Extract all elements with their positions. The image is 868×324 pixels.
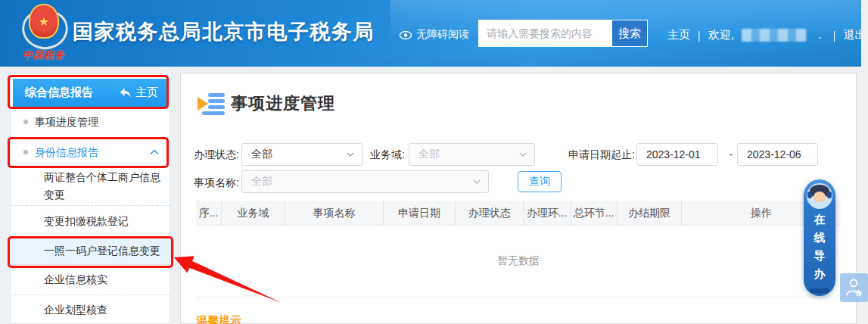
sidebar: 综合信息报告 主页 事项进度管理 身份信息报告 两证整合个体工商户: [10, 73, 170, 324]
empty-text: 暂无数据: [497, 254, 540, 268]
col-apply-date: 申请日期: [384, 201, 456, 225]
item-name-filter-label: 事项名称:: [194, 171, 239, 194]
notice-title: 温馨提示: [196, 314, 241, 324]
header-search: 搜索: [478, 20, 648, 47]
sidebar-item-identity-info-report[interactable]: 身份信息报告: [11, 138, 170, 167]
site-title: 国家税务总局北京市电子税务局: [73, 18, 375, 45]
date-from-input[interactable]: 2023-12-01: [636, 143, 718, 166]
sidebar-item-enterprise-info-verify[interactable]: 企业信息核实: [11, 265, 170, 295]
sidebar-item-withholding-registration-change[interactable]: 变更扣缴税款登记: [11, 206, 170, 238]
page-title-row: 事项进度管理: [198, 92, 335, 116]
date-range-label: 申请日期起止:: [568, 143, 635, 166]
col-deadline: 办结期限: [618, 201, 682, 225]
query-button[interactable]: 查询: [518, 171, 562, 192]
logo-caption: 中国税务: [15, 48, 73, 62]
welcome-text: 欢迎,: [708, 28, 734, 42]
col-current-step: 办理环...: [524, 201, 571, 225]
results-table: 序... 业务域 事项名称 申请日期 办理状态 办理环... 总环节... 办结…: [196, 201, 841, 298]
col-seq: 序...: [196, 201, 222, 225]
sidebar-section-label: 综合信息报告: [25, 86, 93, 100]
col-business-domain: 业务域: [222, 201, 285, 225]
accessibility-toggle[interactable]: 无障碍阅读: [399, 28, 469, 42]
home-link[interactable]: 主页: [667, 28, 690, 42]
chevron-down-icon: [519, 152, 527, 157]
nav-divider: |: [833, 30, 836, 42]
sidebar-item-one-license-one-code-change[interactable]: 一照一码户登记信息变更: [11, 238, 170, 265]
app-root: ★ 中国税务 国家税务总局北京市电子税务局 无障碍阅读 搜索 主页 | 欢迎, …: [0, 0, 868, 324]
top-header: ★ 中国税务 国家税务总局北京市电子税务局 无障碍阅读 搜索 主页 | 欢迎, …: [0, 0, 868, 67]
person-star-icon: [845, 277, 864, 298]
eye-icon: [399, 30, 412, 40]
back-arrow-icon: [120, 88, 131, 98]
accessibility-label: 无障碍阅读: [416, 28, 469, 42]
nav-divider: |: [698, 30, 701, 42]
person-star-button[interactable]: [840, 273, 868, 302]
masked-username: [742, 29, 807, 42]
sidebar-home-link[interactable]: 主页: [120, 86, 158, 100]
bullet-icon: [23, 150, 28, 154]
online-guide-widget[interactable]: 在线导办: [804, 179, 835, 296]
main-panel: 事项进度管理 办理状态: 全部 业务域: 全部 申请日期起止: 2023-12-…: [180, 73, 857, 324]
sidebar-item-two-cert-merge-change[interactable]: 两证整合个体工商户信息变更: [11, 167, 170, 206]
status-select[interactable]: 全部: [241, 143, 362, 166]
col-total-steps: 总环节...: [571, 201, 618, 225]
date-to-input[interactable]: 2023-12-06: [737, 143, 818, 166]
chevron-down-icon: [347, 152, 354, 157]
status-filter-label: 办理状态:: [194, 143, 239, 166]
date-separator: -: [724, 143, 738, 166]
bullet-icon: [23, 120, 28, 124]
welcome-period: ．: [814, 28, 826, 42]
assistant-avatar: [807, 183, 832, 209]
business-domain-select[interactable]: 全部: [409, 143, 535, 166]
table-header-row: 序... 业务域 事项名称 申请日期 办理状态 办理环... 总环节... 办结…: [196, 201, 841, 226]
chevron-up-icon: [150, 150, 159, 155]
chevron-down-icon: [473, 179, 481, 184]
search-button[interactable]: 搜索: [612, 20, 647, 46]
list-play-icon: [198, 92, 225, 116]
domain-filter-label: 业务域:: [370, 143, 405, 166]
col-item-name: 事项名称: [285, 201, 384, 225]
search-input[interactable]: [479, 20, 612, 46]
national-emblem-icon: ★: [22, 4, 66, 48]
col-status: 办理状态: [456, 201, 524, 225]
tax-bureau-logo: ★ 中国税务: [15, 4, 73, 62]
sidebar-section-header[interactable]: 综合信息报告 主页: [13, 79, 167, 107]
sidebar-item-progress-management[interactable]: 事项进度管理: [11, 107, 170, 138]
user-nav: 主页 | 欢迎, ． | 退出: [667, 28, 866, 42]
sidebar-item-enterprise-type-check[interactable]: 企业划型核查: [11, 295, 170, 324]
table-empty-state: 暂无数据: [196, 226, 841, 298]
item-name-select[interactable]: 全部: [241, 170, 489, 193]
sidebar-menu: 事项进度管理 身份信息报告 两证整合个体工商户信息变更 变更扣缴税款登记 一照一…: [11, 107, 170, 324]
page-title: 事项进度管理: [231, 92, 335, 115]
online-guide-label: 在线导办: [814, 210, 826, 283]
